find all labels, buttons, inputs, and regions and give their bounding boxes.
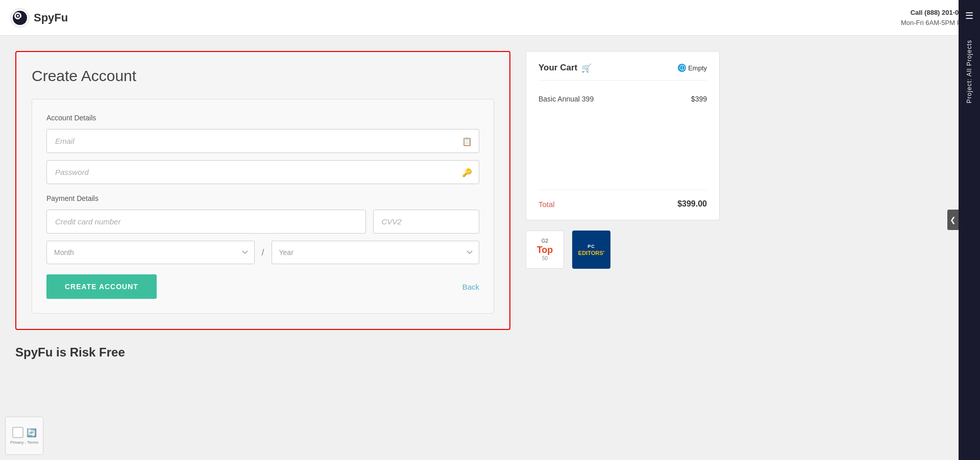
form-card: Account Details 📋 🔑 Payment Details xyxy=(32,99,494,314)
right-section: Your Cart 🛒 ⓘ Empty Basic Annual 399 $39… xyxy=(526,51,720,445)
recaptcha-logo: 🔄 xyxy=(27,428,37,438)
email-field[interactable] xyxy=(46,129,479,153)
empty-label: Empty xyxy=(688,64,707,72)
total-label: Total xyxy=(538,200,555,209)
email-icon: 📋 xyxy=(462,136,472,146)
header: SpyFu Call (888) 201-0422 Mon-Fri 6AM-5P… xyxy=(0,0,980,36)
account-details-label: Account Details xyxy=(46,114,479,122)
recaptcha-box[interactable]: 🔄 Privacy - Terms xyxy=(5,417,43,455)
cart-header: Your Cart 🛒 ⓘ Empty xyxy=(538,63,707,81)
password-field[interactable] xyxy=(46,160,479,184)
cart-total: Total $399.00 xyxy=(538,190,707,209)
password-icon: 🔑 xyxy=(462,167,472,177)
cvv-field[interactable] xyxy=(373,210,480,234)
pc-badge: PC EDITORS' xyxy=(572,231,610,269)
total-value: $399.00 xyxy=(677,199,707,209)
left-section: Create Account Account Details 📋 🔑 Payme… xyxy=(15,51,510,445)
recaptcha-checkbox[interactable] xyxy=(12,427,23,438)
project-label: Project: All Projects xyxy=(966,40,973,103)
recaptcha-inner: 🔄 xyxy=(12,427,37,438)
spyfu-logo-icon xyxy=(10,8,30,28)
empty-badge-icon: ⓘ xyxy=(678,64,686,72)
payment-details-label: Payment Details xyxy=(46,194,479,202)
page-title: Create Account xyxy=(32,67,494,85)
cart-title: Your Cart 🛒 xyxy=(538,63,592,73)
logo[interactable]: SpyFu xyxy=(10,8,68,28)
cart-item-price: $399 xyxy=(691,95,707,103)
year-select[interactable]: Year 2024 2025 2026 2027 2028 2029 2030 xyxy=(272,241,480,264)
password-group: 🔑 xyxy=(46,160,479,184)
panel-chevron[interactable]: ❮ xyxy=(947,210,959,230)
credit-card-field[interactable] xyxy=(46,210,366,234)
cart-item: Basic Annual 399 $399 xyxy=(538,90,707,108)
cart-icon: 🛒 xyxy=(581,63,592,73)
month-select[interactable]: Month 01 - January 02 - February 03 - Ma… xyxy=(46,241,255,264)
email-group: 📋 xyxy=(46,129,479,153)
cart-title-text: Your Cart xyxy=(538,63,577,73)
logo-text: SpyFu xyxy=(34,11,68,24)
cc-row xyxy=(46,210,479,234)
slash-divider: / xyxy=(262,247,264,258)
bottom-badges: G2 Top 50 PC EDITORS' xyxy=(526,231,720,269)
empty-badge: ⓘ Empty xyxy=(678,64,707,72)
g2-badge-top: G2 xyxy=(542,238,548,244)
g2-badge-num: Top xyxy=(537,245,553,255)
create-account-button[interactable]: CREATE ACCOUNT xyxy=(46,274,157,299)
pc-badge-text: PC xyxy=(587,244,595,249)
expiry-row: Month 01 - January 02 - February 03 - Ma… xyxy=(46,241,479,264)
form-actions: CREATE ACCOUNT Back xyxy=(46,274,479,299)
create-account-section: Create Account Account Details 📋 🔑 Payme… xyxy=(15,51,510,330)
pc-badge-mag: EDITORS' xyxy=(578,250,604,256)
g2-badge: G2 Top 50 xyxy=(526,231,564,269)
cvv-group xyxy=(373,210,480,234)
g2-badge-bot: 50 xyxy=(542,255,548,261)
main-content: Create Account Account Details 📋 🔑 Payme… xyxy=(0,36,980,460)
payment-section: Payment Details Month 01 - January xyxy=(46,194,479,264)
cart-item-name: Basic Annual 399 xyxy=(538,95,594,103)
menu-icon[interactable]: ☰ xyxy=(965,0,973,30)
recaptcha-text: Privacy - Terms xyxy=(10,440,38,445)
right-panel: ☰ Project: All Projects xyxy=(959,0,980,460)
cc-group xyxy=(46,210,366,234)
cart-card: Your Cart 🛒 ⓘ Empty Basic Annual 399 $39… xyxy=(526,51,720,220)
svg-point-4 xyxy=(17,15,19,17)
back-link[interactable]: Back xyxy=(462,283,479,291)
risk-free-heading: SpyFu is Risk Free xyxy=(15,345,510,360)
